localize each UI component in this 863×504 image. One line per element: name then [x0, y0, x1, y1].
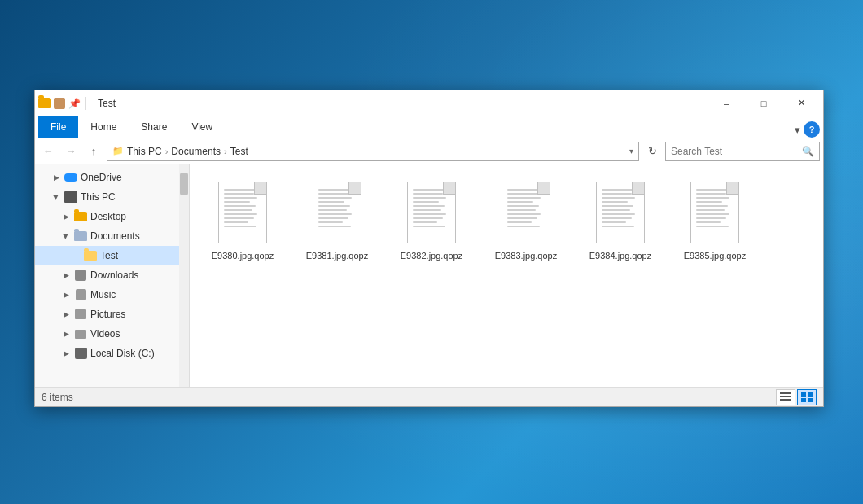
help-button[interactable]: ?	[804, 121, 820, 138]
sidebar-label-music: Music	[90, 289, 116, 300]
tab-file[interactable]: File	[38, 116, 78, 138]
view-tiles-button[interactable]	[797, 389, 817, 405]
file-line	[696, 193, 726, 195]
folder-icon	[38, 97, 51, 110]
refresh-button[interactable]: ↻	[642, 142, 662, 161]
file-line	[318, 213, 352, 215]
file-name: E9381.jpg.qopz	[306, 250, 368, 261]
file-line	[507, 197, 541, 199]
view-buttons	[776, 389, 817, 405]
file-line	[696, 221, 721, 223]
file-line	[224, 201, 250, 203]
breadcrumb-this-pc[interactable]: This PC	[127, 146, 162, 157]
close-button[interactable]: ✕	[782, 90, 820, 116]
sidebar: ▶ OneDrive ▶ This PC ▶ Deskto	[35, 164, 190, 387]
file-line	[224, 189, 257, 191]
sidebar-item-desktop[interactable]: ▶ Desktop	[35, 207, 189, 226]
file-item-f5[interactable]: E9384.jpg.qopz	[576, 173, 665, 266]
status-bar: 6 items	[35, 387, 823, 406]
file-name: E9382.jpg.qopz	[401, 250, 462, 261]
tab-home[interactable]: Home	[78, 116, 129, 138]
svg-rect-0	[780, 392, 791, 394]
search-box[interactable]: 🔍	[665, 142, 820, 161]
sidebar-item-downloads[interactable]: ▶ Downloads	[35, 265, 189, 285]
minimize-button[interactable]: –	[707, 90, 745, 116]
videos-icon	[74, 327, 87, 340]
sidebar-item-this-pc[interactable]: ▶ This PC	[35, 187, 189, 207]
file-name: E9385.jpg.qopz	[684, 250, 746, 261]
file-item-f3[interactable]: E9382.jpg.qopz	[387, 173, 476, 266]
tab-share[interactable]: Share	[129, 116, 179, 138]
address-bar: ← → ↑ 📁 This PC › Documents › Test ▾ ↻ 🔍	[35, 138, 823, 164]
expand-arrow-downloads: ▶	[61, 270, 71, 280]
test-folder-icon	[84, 249, 97, 262]
file-line	[507, 226, 540, 227]
sidebar-item-pictures[interactable]: ▶ Pictures	[35, 305, 189, 324]
file-line	[318, 209, 347, 211]
file-item-f4[interactable]: E9383.jpg.qopz	[481, 173, 571, 266]
file-line	[507, 209, 536, 211]
file-item-f2[interactable]: E9381.jpg.qopz	[292, 173, 382, 266]
view-list-button[interactable]	[776, 389, 795, 405]
svg-rect-3	[801, 392, 806, 397]
file-line	[696, 189, 729, 191]
file-icon	[686, 177, 743, 247]
file-page	[218, 182, 267, 243]
file-icon	[214, 177, 271, 247]
maximize-button[interactable]: □	[745, 90, 782, 116]
sidebar-label-videos: Videos	[90, 328, 120, 340]
up-button[interactable]: ↑	[84, 142, 103, 161]
file-line	[602, 201, 628, 203]
file-icon	[309, 177, 366, 247]
sidebar-item-videos[interactable]: ▶ Videos	[35, 324, 189, 344]
breadcrumb-documents[interactable]: Documents	[171, 146, 221, 157]
sidebar-item-music[interactable]: ▶ Music	[35, 285, 189, 305]
file-name: E9384.jpg.qopz	[589, 250, 651, 261]
file-name: E9383.jpg.qopz	[495, 250, 557, 261]
content-area: E9380.jpg.qopz E9381.jpg.qopz E9382.jpg.…	[190, 164, 823, 387]
quick-access-icon	[53, 97, 66, 110]
file-line	[507, 201, 533, 203]
ribbon-expand-icon[interactable]: ▾	[795, 124, 800, 136]
file-line	[413, 201, 439, 203]
sidebar-item-onedrive[interactable]: ▶ OneDrive	[35, 168, 189, 187]
forward-button[interactable]: →	[61, 142, 81, 161]
documents-icon	[74, 230, 87, 243]
sidebar-item-test[interactable]: Test	[35, 246, 189, 265]
svg-rect-6	[808, 398, 813, 402]
file-line	[318, 205, 350, 207]
file-line	[318, 217, 348, 219]
file-line	[224, 217, 254, 219]
pin-icon: 📌	[68, 97, 81, 110]
title-bar: 📌 Test – □ ✕	[35, 90, 823, 116]
file-line	[224, 221, 248, 223]
file-line	[696, 217, 726, 219]
main-area: ▶ OneDrive ▶ This PC ▶ Deskto	[35, 164, 823, 387]
file-item-f6[interactable]: E9385.jpg.qopz	[670, 173, 760, 266]
file-line	[413, 217, 443, 219]
file-page	[502, 182, 550, 243]
file-line	[696, 197, 729, 199]
file-line	[507, 213, 541, 215]
sidebar-item-local-disk[interactable]: ▶ Local Disk (C:)	[35, 344, 189, 363]
downloads-icon	[74, 269, 87, 282]
address-box[interactable]: 📁 This PC › Documents › Test ▾	[107, 142, 639, 161]
address-dropdown-icon[interactable]: ▾	[629, 147, 633, 156]
file-line	[602, 213, 635, 215]
file-line	[413, 197, 446, 199]
back-button[interactable]: ←	[38, 142, 58, 161]
sidebar-item-documents[interactable]: ▶ Documents	[35, 226, 189, 246]
breadcrumb-test[interactable]: Test	[230, 146, 248, 157]
window-controls: – □ ✕	[707, 90, 820, 116]
file-line	[696, 213, 729, 215]
file-explorer-window: 📌 Test – □ ✕ File Home Share View ▾ ? ← …	[34, 90, 824, 407]
expand-arrow-music: ▶	[61, 290, 71, 300]
sidebar-label-downloads: Downloads	[90, 270, 138, 281]
search-input[interactable]	[671, 146, 799, 157]
file-item-f1[interactable]: E9380.jpg.qopz	[198, 173, 287, 266]
expand-arrow-onedrive: ▶	[51, 173, 61, 182]
onedrive-icon	[64, 171, 77, 184]
tab-view[interactable]: View	[179, 116, 225, 138]
search-icon[interactable]: 🔍	[802, 146, 814, 157]
file-line	[507, 205, 539, 207]
